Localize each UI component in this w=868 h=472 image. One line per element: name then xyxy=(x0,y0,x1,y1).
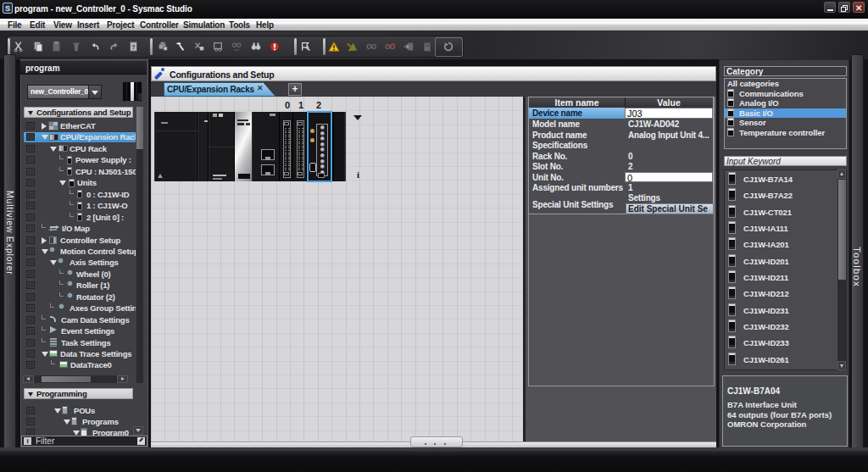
svg-text:zzz: zzz xyxy=(234,47,240,52)
svg-text:?: ? xyxy=(131,44,135,50)
